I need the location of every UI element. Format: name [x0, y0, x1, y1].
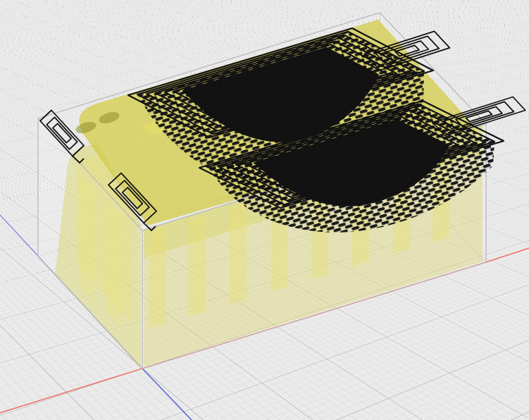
- scene-overlay: [0, 0, 529, 420]
- cad-viewport[interactable]: [0, 0, 529, 420]
